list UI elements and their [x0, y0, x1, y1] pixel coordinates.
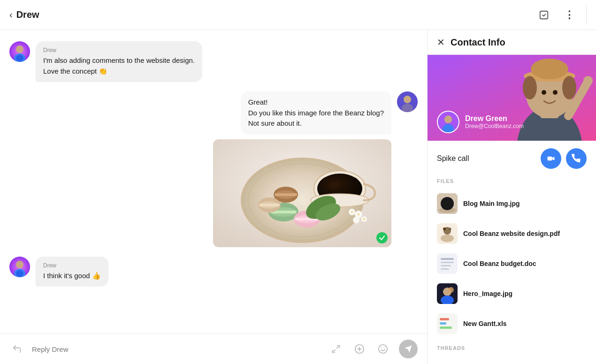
svg-point-60 [583, 76, 593, 85]
svg-rect-84 [440, 318, 449, 320]
spike-call-label: Spike call [437, 154, 469, 163]
drew-avatar [9, 41, 30, 62]
svg-point-38 [16, 261, 23, 268]
message-received-1: Drew I'm also adding comments to the web… [9, 41, 418, 82]
input-bar [0, 334, 427, 364]
sent-content-2: Great!Do you like this image fore the Be… [213, 91, 391, 247]
close-contact-panel-button[interactable]: ✕ [437, 37, 445, 48]
svg-point-67 [443, 199, 446, 202]
input-actions [329, 340, 418, 358]
svg-rect-74 [437, 253, 458, 274]
svg-point-11 [329, 182, 340, 189]
file-thumb-2 [437, 223, 458, 244]
file-item-5[interactable]: New Gantt.xls [437, 310, 587, 338]
more-options-button[interactable]: ⋮ [561, 7, 578, 23]
chat-title: Drew [16, 9, 39, 20]
add-icon[interactable] [352, 341, 367, 356]
back-button[interactable]: ‹ [9, 9, 13, 20]
emoji-icon[interactable] [375, 341, 390, 356]
svg-point-63 [443, 124, 454, 133]
svg-rect-78 [441, 268, 449, 270]
file-name-2: Cool Beanz website design.pdf [463, 230, 560, 237]
svg-rect-75 [441, 258, 454, 260]
svg-point-58 [553, 90, 558, 95]
files-section-label: FILES [437, 178, 587, 184]
file-thumb-1 [437, 193, 458, 214]
svg-rect-0 [540, 11, 548, 19]
svg-point-66 [443, 198, 452, 207]
contact-full-name: Drew Green [465, 114, 524, 123]
check-icon-button[interactable] [535, 7, 552, 23]
contact-name-info: Drew Green Drew@CoolBeanz.com [465, 114, 524, 129]
file-name-3: Cool Beanz budget.doc [463, 260, 536, 267]
header-left: ‹ Drew [9, 9, 535, 20]
threads-section: THREADS [437, 345, 587, 351]
main-layout: Drew I'm also adding comments to the web… [0, 30, 596, 364]
svg-point-4 [16, 55, 23, 61]
message-bubble-1: Drew I'm also adding comments to the web… [36, 41, 202, 82]
file-item-4[interactable]: Hero_Image.jpg [437, 280, 587, 308]
message-text-2: Great!Do you like this image fore the Be… [248, 97, 384, 129]
message-text-3: I think it's good 👍 [43, 271, 101, 281]
svg-point-62 [444, 115, 452, 123]
contact-email: Drew@CoolBeanz.com [465, 123, 524, 129]
svg-rect-76 [441, 262, 454, 263]
message-sender-1: Drew [43, 47, 195, 53]
contact-name-overlay: Drew Green Drew@CoolBeanz.com [437, 111, 524, 133]
svg-point-2 [16, 46, 23, 53]
video-call-button[interactable] [541, 148, 561, 169]
svg-point-35 [404, 96, 411, 103]
svg-point-32 [351, 211, 353, 213]
reply-icon[interactable] [9, 341, 24, 356]
svg-point-33 [363, 218, 365, 220]
svg-rect-21 [275, 193, 297, 196]
drew-avatar-2 [9, 257, 30, 277]
header-actions: ⋮ [535, 6, 587, 24]
spike-call-row: Spike call [437, 148, 587, 169]
file-item-3[interactable]: Cool Beanz budget.doc [437, 250, 587, 278]
svg-rect-85 [440, 322, 446, 325]
file-thumb-3 [437, 253, 458, 274]
svg-rect-86 [440, 326, 452, 329]
svg-point-40 [16, 270, 23, 277]
svg-point-31 [358, 213, 359, 215]
message-text-1: I'm also adding comments to the website … [43, 55, 195, 76]
svg-point-30 [353, 217, 359, 223]
file-name-1: Blog Main Img.jpg [463, 200, 520, 207]
svg-rect-77 [441, 265, 451, 266]
svg-point-71 [443, 228, 446, 230]
contact-body: Spike call FILES [428, 141, 596, 364]
message-sent-2: Great!Do you like this image fore the Be… [9, 91, 418, 247]
svg-point-72 [441, 235, 454, 242]
message-bubble-3: Drew I think it's good 👍 [36, 257, 108, 287]
messages-list: Drew I'm also adding comments to the web… [0, 30, 427, 334]
file-name-5: New Gantt.xls [463, 320, 507, 327]
sent-avatar [397, 91, 418, 112]
reply-input[interactable] [32, 345, 321, 353]
contact-avatar-small [437, 111, 459, 133]
svg-line-41 [337, 346, 340, 349]
svg-point-54 [531, 59, 568, 79]
message-received-3: Drew I think it's good 👍 [9, 257, 418, 287]
svg-point-82 [448, 287, 454, 293]
message-sender-3: Drew [43, 262, 101, 269]
threads-section-label: THREADS [437, 345, 587, 351]
svg-point-46 [379, 345, 387, 353]
message-bubble-2: Great!Do you like this image fore the Be… [241, 91, 391, 135]
file-item-2[interactable]: Cool Beanz website design.pdf [437, 220, 587, 248]
svg-rect-24 [259, 204, 280, 206]
svg-point-57 [542, 90, 546, 95]
file-item-1[interactable]: Blog Main Img.jpg [437, 190, 587, 218]
file-name-4: Hero_Image.jpg [463, 290, 512, 297]
call-buttons [541, 148, 587, 169]
chat-area: Drew I'm also adding comments to the web… [0, 30, 427, 364]
contact-info-title: Contact Info [451, 37, 505, 48]
contact-info-header: ✕ Contact Info [428, 30, 596, 55]
chat-header: ‹ Drew ⋮ [0, 0, 596, 30]
svg-line-42 [333, 350, 336, 353]
phone-call-button[interactable] [566, 148, 587, 169]
svg-point-56 [562, 76, 576, 99]
send-button[interactable] [399, 340, 418, 358]
expand-icon[interactable] [329, 341, 344, 356]
svg-rect-64 [548, 157, 552, 160]
